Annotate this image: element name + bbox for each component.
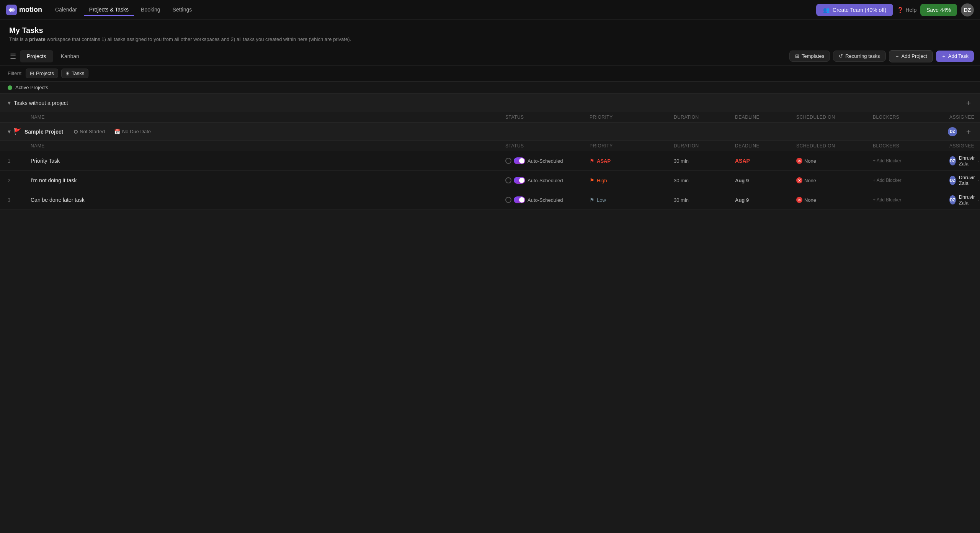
templates-label: Templates <box>802 53 824 59</box>
priority-value: Low <box>597 197 606 203</box>
col-header-assignee: Assignee <box>949 114 972 120</box>
tasks-without-project-add-button[interactable]: ＋ <box>965 98 972 108</box>
task-name[interactable]: Priority Task <box>31 158 505 164</box>
filter-projects-chip[interactable]: ⊞ Projects <box>26 69 58 78</box>
project-due-label: No Due Date <box>122 129 151 134</box>
task-name[interactable]: I'm not doing it task <box>31 177 505 183</box>
sample-project-due: 📅 No Due Date <box>114 129 151 134</box>
add-blocker-button[interactable]: + Add Blocker <box>873 197 901 203</box>
sample-project-toggle[interactable]: ▾ <box>8 128 11 135</box>
deadline-value: ASAP <box>735 158 750 164</box>
status-circle-icon <box>505 197 511 203</box>
subnav-actions: ⊞ Templates ↺ Recurring tasks ＋ Add Proj… <box>789 50 974 62</box>
task-status-cell: Auto-Scheduled <box>505 177 590 184</box>
sp-col-header-status: Status <box>505 143 590 149</box>
create-team-button[interactable]: 👥 Create Team (40% off) <box>816 4 893 16</box>
task-priority-cell: ⚑ High <box>590 177 674 183</box>
col-header-num <box>8 114 31 120</box>
status-text: Auto-Scheduled <box>528 158 563 164</box>
active-projects-bar: Active Projects <box>0 82 980 94</box>
sidebar-toggle-button[interactable]: ☰ <box>6 50 20 63</box>
row-more-menu-button[interactable]: ⋯ <box>978 196 980 204</box>
project-status-label: Not Started <box>80 129 105 134</box>
save-button[interactable]: Save 44% <box>920 4 957 16</box>
tasks-without-project-toggle[interactable]: ▾ <box>8 99 11 106</box>
assignee-avatar: DZ <box>949 156 956 165</box>
filter-tasks-chip[interactable]: ⊞ Tasks <box>61 69 88 78</box>
sample-project-avatar-initials: DZ <box>950 129 955 134</box>
priority-flag-icon: ⚑ <box>590 158 595 164</box>
sample-project-title: Sample Project <box>24 129 63 135</box>
topnav-actions: 👥 Create Team (40% off) ❓ Help Save 44% … <box>816 3 974 16</box>
private-text: private <box>29 36 46 42</box>
blocker-x-icon: ✕ <box>796 197 802 203</box>
nav-projects-tasks[interactable]: Projects & Tasks <box>84 4 134 16</box>
auto-scheduled-toggle[interactable] <box>514 157 525 164</box>
recurring-icon: ↺ <box>839 53 843 59</box>
priority-value: High <box>597 178 607 183</box>
auto-scheduled-toggle[interactable] <box>514 196 525 203</box>
task-name[interactable]: Can be done later task <box>31 197 505 203</box>
nav-calendar[interactable]: Calendar <box>50 4 82 16</box>
assignee-avatar: DZ <box>949 176 956 185</box>
top-navigation: motion Calendar Projects & Tasks Booking… <box>0 0 980 20</box>
add-blocker-button[interactable]: + Add Blocker <box>873 158 901 163</box>
row-number: 3 <box>8 197 31 203</box>
templates-button[interactable]: ⊞ Templates <box>789 51 830 62</box>
add-blocker-button[interactable]: + Add Blocker <box>873 178 901 183</box>
tab-kanban[interactable]: Kanban <box>54 50 86 62</box>
sp-col-header-num <box>8 143 31 149</box>
add-project-label: Add Project <box>902 53 927 59</box>
col-header-blockers: Blockers <box>873 114 949 120</box>
nav-settings[interactable]: Settings <box>167 4 198 16</box>
table-row: 3 Can be done later task Auto-Scheduled … <box>0 190 980 210</box>
blocker-none-text: None <box>804 178 816 183</box>
status-text: Auto-Scheduled <box>528 197 563 203</box>
avatar[interactable]: DZ <box>961 3 974 16</box>
row-more-menu-button[interactable]: ⋯ <box>978 176 980 185</box>
help-label: Help <box>905 7 916 13</box>
task-duration: 30 min <box>674 178 735 183</box>
task-deadline: Aug 9 <box>735 197 796 203</box>
help-button[interactable]: ❓ Help <box>897 7 916 13</box>
nav-links: Calendar Projects & Tasks Booking Settin… <box>50 4 808 16</box>
add-task-plus-icon: ＋ <box>941 53 946 60</box>
task-blockers: + Add Blocker <box>873 178 949 183</box>
status-circle-icon <box>505 158 511 164</box>
filter-projects-grid-icon: ⊞ <box>30 70 34 76</box>
sp-col-header-deadline: Deadline <box>735 143 796 149</box>
filter-bar: Filters: ⊞ Projects ⊞ Tasks <box>0 65 980 82</box>
sample-project-table-header: Name Status Priority Duration Deadline S… <box>0 141 980 151</box>
nav-booking[interactable]: Booking <box>136 4 166 16</box>
sample-project-header: ▾ 🚩 Sample Project Not Started 📅 No Due … <box>0 123 980 141</box>
add-project-button[interactable]: ＋ Add Project <box>889 50 933 62</box>
task-status-cell: Auto-Scheduled <box>505 196 590 203</box>
deadline-value: Aug 9 <box>735 178 749 183</box>
assignee-avatar: DZ <box>949 195 956 204</box>
assignee-initials: DZ <box>950 198 955 202</box>
task-duration: 30 min <box>674 158 735 164</box>
recurring-label: Recurring tasks <box>845 53 880 59</box>
sample-project-add-button[interactable]: ＋ <box>965 126 972 137</box>
logo[interactable]: motion <box>6 5 42 15</box>
toggle-thumb <box>519 178 524 183</box>
task-deadline: ASAP <box>735 158 796 164</box>
sp-col-header-blockers: Blockers <box>873 143 949 149</box>
auto-scheduled-toggle[interactable] <box>514 177 525 184</box>
table-row: 1 Priority Task Auto-Scheduled ⚑ ASAP 30… <box>0 151 980 171</box>
task-scheduled-on: ✕ None <box>796 197 873 203</box>
blocker-x-icon: ✕ <box>796 158 802 164</box>
sp-col-header-scheduled: Scheduled on <box>796 143 873 149</box>
filters-label: Filters: <box>8 70 23 76</box>
task-blockers: + Add Blocker <box>873 197 949 203</box>
avatar-initials: DZ <box>964 7 971 13</box>
add-task-button[interactable]: ＋ Add Task <box>936 51 974 62</box>
subnav-tabs: Projects Kanban <box>20 50 789 62</box>
col-header-name: Name <box>31 114 505 120</box>
row-number: 2 <box>8 178 31 183</box>
recurring-tasks-button[interactable]: ↺ Recurring tasks <box>833 51 885 62</box>
row-more-menu-button[interactable]: ⋯ <box>978 157 980 165</box>
tab-projects[interactable]: Projects <box>20 50 53 62</box>
my-tasks-header: My Tasks This is a private workspace tha… <box>0 20 980 47</box>
task-priority-cell: ⚑ ASAP <box>590 158 674 164</box>
